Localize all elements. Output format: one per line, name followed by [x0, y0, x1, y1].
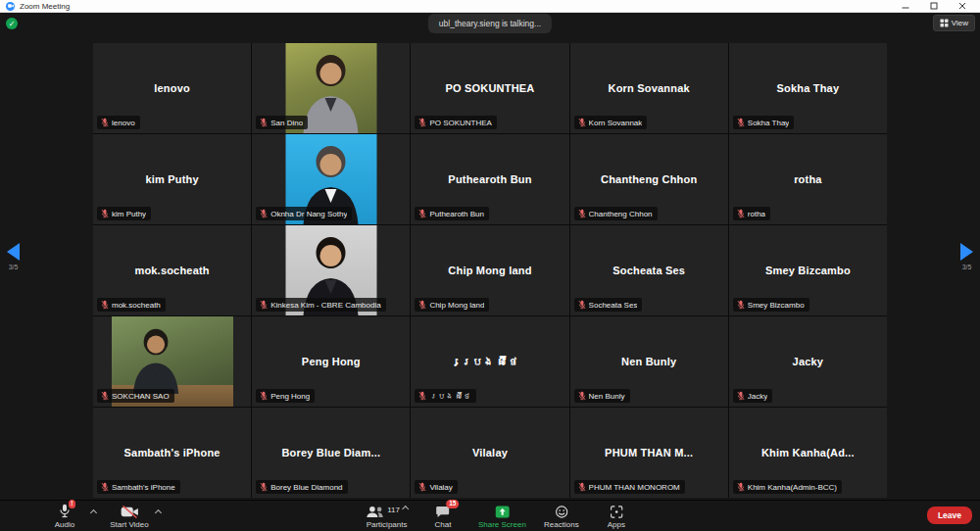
participant-name-label: Chantheng Chhon [589, 210, 653, 218]
muted-mic-icon [578, 300, 586, 310]
participant-tile[interactable]: Oknha Dr Nang Sothy [252, 134, 410, 224]
participant-tile[interactable]: Nen Bunly Nen Bunly [570, 316, 728, 407]
participant-name-chip: Sambath's iPhone [97, 480, 180, 494]
video-options-chevron[interactable] [155, 508, 162, 515]
participant-tile[interactable]: lenovo lenovo [93, 43, 251, 133]
participant-tile[interactable]: PHUM THAN M... PHUM THAN MONOROM [570, 408, 728, 498]
maximize-button[interactable] [922, 0, 946, 13]
muted-mic-icon [260, 209, 268, 218]
audio-options-chevron[interactable] [90, 508, 97, 515]
leave-button[interactable]: Leave [927, 507, 972, 524]
participant-name-chip: SOKCHAN SAO [97, 389, 174, 403]
participant-tile[interactable]: Sokha Thay Sokha Thay [729, 43, 887, 133]
participant-tile[interactable]: San Dino [252, 43, 410, 133]
participants-count: 117 [387, 506, 400, 514]
muted-mic-icon [418, 300, 426, 310]
participants-button[interactable]: 117 Participants [366, 504, 408, 529]
participant-name-chip: Oknha Dr Nang Sothy [256, 207, 352, 220]
participant-tile[interactable]: Kinkesa Kim - CBRE Cambodia [252, 225, 410, 315]
participant-name-label: mok.socheath [112, 301, 161, 310]
participants-button-label: Participants [367, 520, 408, 529]
muted-mic-icon [418, 209, 426, 218]
participant-name-chip: Smey Bizcambo [733, 298, 809, 312]
muted-mic-icon [418, 482, 426, 492]
participant-tile[interactable]: mok.socheath mok.socheath [93, 225, 251, 315]
participant-name-chip: Chip Mong land [415, 298, 489, 312]
participants-icon [366, 506, 384, 518]
minimize-button[interactable] [894, 0, 917, 13]
participant-tile[interactable]: Chantheng Chhon Chantheng Chhon [570, 134, 728, 224]
muted-mic-icon [418, 118, 426, 127]
share-screen-button[interactable]: Share Screen [478, 504, 526, 529]
participant-name-label: Sambath's iPhone [112, 483, 175, 492]
participant-tile[interactable]: Jacky Jacky [729, 316, 887, 407]
muted-mic-icon [578, 482, 586, 492]
participant-tile[interactable]: SOKCHAN SAO [93, 316, 251, 407]
participant-tile[interactable]: Khim Kanha(Ad... Khim Kanha(Admin-BCC) [729, 408, 887, 498]
muted-mic-icon [578, 391, 586, 401]
chat-button[interactable]: 15 Chat [423, 504, 463, 529]
muted-mic-icon [101, 300, 109, 310]
participant-grid: lenovo lenovo [93, 43, 887, 498]
apps-button[interactable]: Apps [597, 504, 636, 529]
participant-name-chip: Puthearoth Bun [415, 207, 489, 220]
window-titlebar: Zoom Meeting [0, 0, 980, 13]
participant-tile[interactable]: kim Puthy kim Puthy [93, 134, 251, 224]
share-screen-icon [495, 506, 510, 518]
participant-name-label: Oknha Dr Nang Sothy [270, 210, 347, 218]
participant-tile[interactable]: Puthearoth Bun Puthearoth Bun [411, 134, 568, 224]
apps-button-label: Apps [608, 520, 625, 529]
participant-name-chip: Jacky [733, 389, 772, 403]
muted-mic-icon [578, 209, 586, 218]
participant-name-chip: PHUM THAN MONOROM [574, 480, 685, 494]
view-button[interactable]: View [933, 15, 975, 31]
zoom-app-icon [6, 2, 15, 11]
participant-tile[interactable]: Vilalay Vilalay [411, 408, 568, 498]
participant-tile[interactable]: Borey Blue Diam... Borey Blue Diamond [252, 408, 410, 498]
participant-name-label: Puthearoth Bun [429, 210, 484, 218]
participant-tile[interactable]: Peng Hong Peng Hong [252, 316, 410, 407]
participant-tile[interactable]: Sambath's iPhone Sambath's iPhone [93, 408, 251, 498]
security-shield-icon[interactable]: ✓ [6, 18, 18, 29]
participant-tile[interactable]: rotha rotha [729, 134, 887, 224]
audio-button[interactable]: ! Audio [45, 504, 84, 529]
share-screen-button-label: Share Screen [478, 520, 526, 529]
participants-options-chevron[interactable] [402, 505, 409, 511]
participant-name-chip: Korn Sovannak [574, 116, 648, 129]
participant-name-label: lenovo [112, 119, 135, 127]
muted-mic-icon [260, 391, 268, 401]
start-video-button[interactable]: Start Video [110, 504, 149, 529]
next-page-arrow-icon [960, 243, 973, 261]
muted-mic-icon [101, 482, 109, 492]
participant-tile[interactable]: Korn Sovannak Korn Sovannak [570, 43, 728, 133]
page-indicator: 3/5 [9, 264, 19, 270]
participant-name-label: rotha [748, 210, 765, 218]
muted-mic-icon [101, 118, 109, 127]
participant-tile[interactable]: Socheata Ses Socheata Ses [570, 225, 728, 315]
participant-name-chip: Socheata Ses [574, 298, 643, 312]
muted-mic-icon [260, 300, 268, 310]
participant-name-label: Socheata Ses [589, 301, 638, 310]
participant-name-chip: lenovo [97, 116, 140, 129]
participant-name-label: kim Puthy [112, 210, 146, 218]
start-video-button-label: Start Video [110, 520, 148, 529]
close-button[interactable] [951, 0, 974, 13]
participant-tile[interactable]: Smey Bizcambo Smey Bizcambo [729, 225, 887, 315]
participant-name-chip: ប្រេង ស៊ីថែ [415, 389, 475, 403]
participant-name-label: Sokha Thay [748, 119, 790, 127]
participant-name-chip: rotha [733, 207, 770, 220]
reactions-button[interactable]: Reactions [542, 504, 581, 529]
view-button-label: View [952, 19, 968, 27]
previous-page-button[interactable]: 3/5 [7, 243, 20, 270]
participant-name-chip: Borey Blue Diamond [256, 480, 347, 494]
active-speaker-banner: ubl_theary.sieng is talking... [428, 14, 552, 33]
participant-name-label: Khim Kanha(Admin-BCC) [748, 483, 837, 492]
participant-tile[interactable]: ប្រេង ស៊ីថែ ប្រេង ស៊ីថែ [411, 316, 568, 407]
participant-tile[interactable]: PO SOKUNTHEA PO SOKUNTHEA [411, 43, 568, 133]
participant-tile[interactable]: Chip Mong land Chip Mong land [411, 225, 568, 315]
next-page-button[interactable]: 3/5 [960, 243, 973, 270]
participant-name-label: SOKCHAN SAO [112, 392, 170, 401]
page-indicator: 3/5 [962, 264, 972, 270]
person-silhouette [119, 316, 194, 394]
participant-name-chip: Khim Kanha(Admin-BCC) [733, 480, 842, 494]
